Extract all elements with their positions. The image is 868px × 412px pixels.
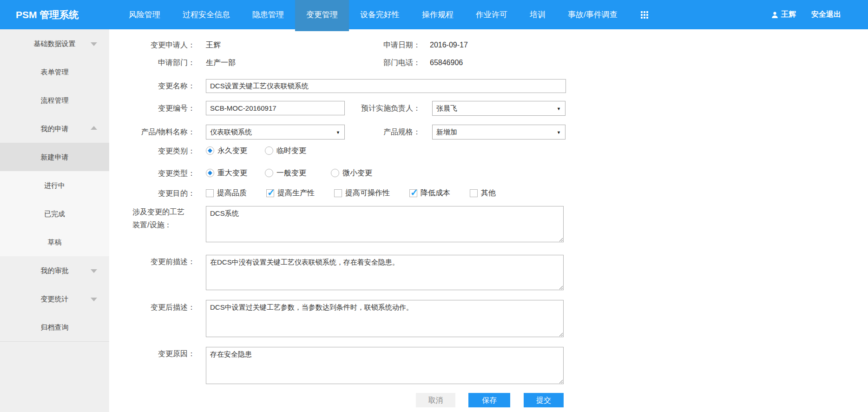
product-name-label: 产品/物料名称： (109, 127, 195, 137)
applicant-label: 变更申请人： (109, 40, 195, 50)
radio-icon (206, 146, 214, 155)
desc-before-textarea[interactable]: 在DCS中没有设置关键工艺仪表联锁系统，存在着安全隐患。 (206, 255, 564, 290)
department-label: 申请部门： (109, 58, 195, 67)
sidebar-item-label: 基础数据设置 (34, 40, 76, 47)
checkbox-reduce-cost[interactable]: 降低成本 (409, 188, 450, 198)
radio-permanent-change[interactable]: 永久变更 (206, 146, 247, 156)
sidebar-item-in-progress[interactable]: 进行中 (0, 171, 109, 199)
sidebar-item-my-applications[interactable]: 我的申请 (0, 114, 109, 143)
product-spec-value: 新增加 (436, 128, 457, 136)
sidebar-item-change-statistics[interactable]: 变更统计 (0, 285, 109, 313)
sidebar-item-label: 归档查询 (41, 323, 69, 331)
desc-before-label: 变更前描述： (109, 257, 195, 266)
sidebar-item-label: 流程管理 (41, 96, 69, 104)
checkbox-icon (470, 189, 478, 197)
product-spec-label: 产品规格： (288, 127, 421, 137)
product-spec-select[interactable]: 新增加 ▼ (432, 125, 566, 140)
sidebar-item-process-management[interactable]: 流程管理 (0, 86, 109, 114)
checkbox-other[interactable]: 其他 (470, 188, 496, 198)
sidebar-item-label: 表单管理 (41, 68, 69, 76)
sidebar-item-label: 已完成 (44, 210, 65, 218)
sidebar-item-new-application[interactable]: 新建申请 (0, 143, 109, 171)
sidebar-item-form-management[interactable]: 表单管理 (0, 58, 109, 86)
nav-item-hazard-management[interactable]: 隐患管理 (241, 0, 295, 29)
sidebar-item-label: 草稿 (48, 238, 62, 246)
change-purpose-label: 变更目的： (109, 189, 195, 198)
user-icon (771, 11, 778, 19)
radio-minor-change[interactable]: 微小变更 (331, 168, 372, 178)
nav-item-equipment-integrity[interactable]: 设备完好性 (349, 0, 411, 29)
change-reason-textarea[interactable]: 存在安全隐患 (206, 347, 564, 384)
apply-date-value: 2016-09-17 (430, 40, 468, 50)
sidebar-item-label: 变更统计 (41, 295, 69, 303)
sidebar-item-label: 我的申请 (41, 125, 69, 133)
submit-button[interactable]: 提交 (524, 393, 564, 407)
top-nav-bar: PSM 管理系统 风险管理 过程安全信息 隐患管理 变更管理 设备完好性 操作规… (0, 0, 868, 29)
radio-icon (265, 146, 273, 155)
sidebar-item-drafts[interactable]: 草稿 (0, 228, 109, 256)
topbar-right: 王辉 安全退出 (771, 0, 868, 29)
department-value: 生产一部 (206, 58, 236, 67)
radio-icon (265, 169, 273, 177)
dept-phone-label: 部门电话： (288, 58, 421, 67)
desc-after-textarea[interactable]: DCS中设置过关键工艺参数，当参数达到条件时，联锁系统动作。 (206, 300, 564, 337)
primary-nav: 风险管理 过程安全信息 隐患管理 变更管理 设备完好性 操作规程 作业许可 培训… (118, 0, 648, 29)
change-no-label: 变更编号： (109, 104, 195, 113)
nav-item-risk-management[interactable]: 风险管理 (118, 0, 171, 29)
change-name-label: 变更名称： (109, 81, 195, 91)
save-button[interactable]: 保存 (468, 393, 510, 407)
apps-grid-icon[interactable] (641, 11, 648, 19)
chevron-up-icon (91, 126, 97, 130)
change-category-options: 永久变更 临时变更 (206, 145, 306, 156)
checkbox-icon (206, 189, 214, 197)
checkbox-improve-operability[interactable]: 提高可操作性 (334, 188, 390, 198)
dropdown-arrow-icon: ▼ (557, 101, 561, 116)
dropdown-arrow-icon: ▼ (557, 125, 561, 140)
implement-owner-value: 张晨飞 (436, 104, 457, 112)
involved-facility-textarea[interactable]: DCS系统 (206, 206, 564, 242)
involved-facility-label: 涉及变更的工艺 装置/设施： (132, 206, 202, 232)
radio-icon (331, 169, 339, 177)
logout-link[interactable]: 安全退出 (811, 10, 841, 20)
checkbox-improve-quality[interactable]: 提高品质 (206, 188, 247, 198)
checkbox-improve-productivity[interactable]: 提高生产性 (266, 188, 315, 198)
apply-date-label: 申请日期： (288, 40, 421, 50)
change-type-label: 变更类型： (109, 169, 195, 178)
radio-major-change[interactable]: 重大变更 (206, 168, 247, 178)
sidebar-item-label: 新建申请 (41, 153, 69, 161)
sidebar: 基础数据设置 表单管理 流程管理 我的申请 新建申请 进行中 已完成 草稿 (0, 29, 109, 412)
user-menu[interactable]: 王辉 (771, 10, 796, 20)
sidebar-item-archive-query[interactable]: 归档查询 (0, 313, 109, 341)
sidebar-item-completed[interactable]: 已完成 (0, 199, 109, 228)
implement-owner-select[interactable]: 张晨飞 ▼ (432, 101, 566, 116)
user-name: 王辉 (781, 10, 796, 20)
nav-item-change-management[interactable]: 变更管理 (295, 0, 349, 31)
sidebar-item-basic-data-settings[interactable]: 基础数据设置 (0, 29, 109, 58)
change-application-form: 变更申请人： 王辉 申请日期： 2016-09-17 申请部门： 生产一部 部门… (109, 29, 868, 412)
desc-after-label: 变更后描述： (109, 303, 195, 312)
change-category-label: 变更类别： (109, 146, 195, 156)
sidebar-item-label: 我的审批 (41, 266, 69, 274)
checkbox-icon (334, 189, 342, 197)
nav-item-incident-investigation[interactable]: 事故/事件调查 (557, 0, 629, 29)
sidebar-subgroup-my-applications: 新建申请 进行中 已完成 草稿 (0, 143, 109, 256)
change-purpose-options: 提高品质 提高生产性 提高可操作性 降低成本 其他 (206, 187, 496, 199)
chevron-down-icon (91, 42, 97, 46)
sidebar-item-my-approvals[interactable]: 我的审批 (0, 256, 109, 285)
nav-item-work-permit[interactable]: 作业许可 (465, 0, 519, 29)
cancel-button[interactable]: 取消 (416, 393, 455, 407)
nav-item-process-safety-info[interactable]: 过程安全信息 (171, 0, 241, 29)
change-name-input[interactable] (206, 79, 566, 93)
radio-icon (206, 169, 214, 177)
checkbox-checked-icon (409, 189, 417, 197)
change-reason-label: 变更原因： (109, 349, 195, 359)
nav-item-operating-procedures[interactable]: 操作规程 (411, 0, 465, 29)
product-name-value: 仪表联锁系统 (210, 128, 252, 136)
radio-general-change[interactable]: 一般变更 (265, 168, 306, 178)
app-title: PSM 管理系统 (0, 0, 91, 29)
nav-item-training[interactable]: 培训 (519, 0, 557, 29)
radio-temporary-change[interactable]: 临时变更 (265, 146, 306, 156)
dept-phone-value: 65846906 (430, 58, 463, 67)
sidebar-menu: 基础数据设置 表单管理 流程管理 我的申请 新建申请 进行中 已完成 草稿 (0, 29, 109, 342)
change-type-options: 重大变更 一般变更 微小变更 (206, 167, 372, 179)
